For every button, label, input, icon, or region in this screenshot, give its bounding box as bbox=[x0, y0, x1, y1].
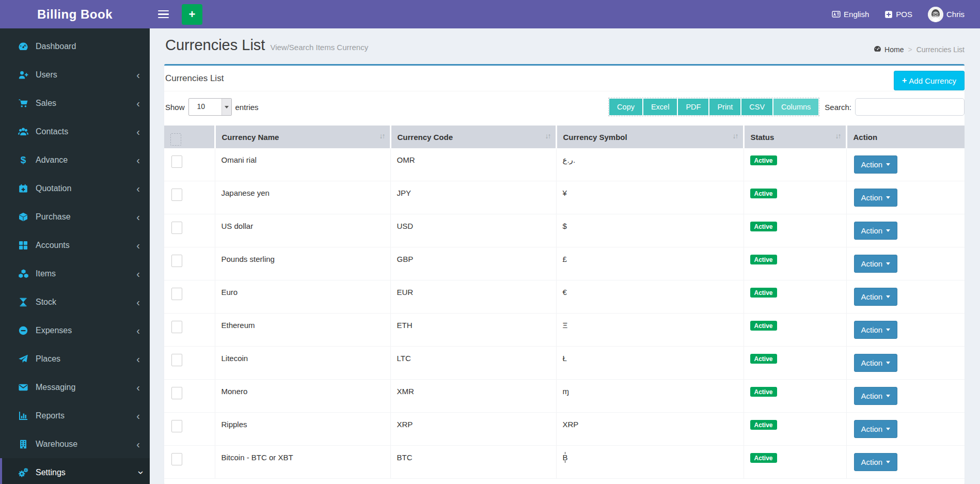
sidebar-item-contacts[interactable]: Contacts‹ bbox=[0, 117, 150, 146]
export-excel-button[interactable]: Excel bbox=[643, 98, 677, 116]
sidebar-item-purchase[interactable]: Purchase‹ bbox=[0, 202, 150, 231]
entries-select[interactable]: 10 bbox=[188, 98, 232, 116]
cart-icon bbox=[18, 98, 29, 108]
box-body: Show 10 entries CopyExcelPDFPrintCSVColu… bbox=[164, 91, 965, 479]
export-columns-button[interactable]: Columns bbox=[773, 98, 819, 116]
sidebar-item-expenses[interactable]: Expenses‹ bbox=[0, 316, 150, 345]
export-csv-button[interactable]: CSV bbox=[741, 98, 773, 116]
column-header-status[interactable]: Status↓↑ bbox=[744, 126, 846, 148]
sidebar-item-items[interactable]: Items‹ bbox=[0, 259, 150, 288]
currency-code-cell: JPY bbox=[390, 181, 556, 214]
status-cell: Active bbox=[744, 314, 846, 347]
quick-add-button[interactable]: + bbox=[182, 4, 202, 25]
currency-name-cell: Omani rial bbox=[215, 148, 390, 181]
column-header-currency-code[interactable]: Currency Code↓↑ bbox=[390, 126, 556, 148]
sidebar-item-stock[interactable]: Stock‹ bbox=[0, 288, 150, 316]
sidebar-item-users[interactable]: Users‹ bbox=[0, 60, 150, 89]
search-control: Search: bbox=[825, 98, 965, 116]
sidebar-item-label: Places bbox=[36, 354, 60, 364]
sidebar-item-label: Quotation bbox=[36, 184, 71, 193]
row-checkbox[interactable] bbox=[171, 222, 182, 234]
row-checkbox[interactable] bbox=[171, 387, 182, 399]
main-content: Currencies List View/Search Items Curren… bbox=[150, 28, 980, 484]
column-header-currency-symbol[interactable]: Currency Symbol↓↑ bbox=[556, 126, 744, 148]
row-checkbox[interactable] bbox=[171, 255, 182, 267]
currency-symbol: ¥ bbox=[563, 189, 567, 197]
chevron-left-icon: ‹ bbox=[136, 382, 140, 393]
chevron-left-icon: ‹ bbox=[136, 269, 140, 279]
action-button[interactable]: Action bbox=[854, 387, 898, 405]
add-currency-button[interactable]: + Add Currency bbox=[894, 71, 965, 90]
export-print-button[interactable]: Print bbox=[709, 98, 741, 116]
table-row: US dollarUSD$ActiveAction bbox=[164, 214, 965, 247]
row-checkbox[interactable] bbox=[171, 420, 182, 432]
status-badge: Active bbox=[750, 420, 777, 430]
checkbox-cell bbox=[164, 413, 215, 446]
pos-label: POS bbox=[896, 10, 912, 19]
export-copy-button[interactable]: Copy bbox=[609, 98, 643, 116]
page-subtitle: View/Search Items Currency bbox=[270, 43, 368, 52]
row-checkbox[interactable] bbox=[171, 189, 182, 201]
sidebar-item-label: Settings bbox=[36, 468, 66, 477]
sidebar-item-label: Items bbox=[36, 269, 56, 278]
column-header-currency-name[interactable]: Currency Name↓↑ bbox=[215, 126, 390, 148]
row-checkbox[interactable] bbox=[171, 155, 182, 168]
sidebar-item-advance[interactable]: $Advance‹ bbox=[0, 146, 150, 174]
breadcrumb-home[interactable]: Home bbox=[874, 45, 904, 54]
app-logo[interactable]: Billing Book bbox=[0, 0, 150, 28]
user-menu[interactable]: Chris bbox=[928, 7, 965, 22]
sidebar-item-label: Accounts bbox=[36, 241, 70, 250]
sidebar-item-quotation[interactable]: Quotation‹ bbox=[0, 174, 150, 202]
currency-code-cell: GBP bbox=[390, 247, 556, 280]
sidebar-item-reports[interactable]: Reports‹ bbox=[0, 401, 150, 430]
checkbox-cell bbox=[164, 148, 215, 181]
currency-symbol: € bbox=[563, 288, 567, 296]
action-button[interactable]: Action bbox=[854, 453, 898, 471]
user-name: Chris bbox=[946, 10, 965, 19]
action-button[interactable]: Action bbox=[854, 354, 898, 372]
sidebar-toggle-button[interactable] bbox=[158, 0, 176, 28]
table-row: Pounds sterlingGBP£ActiveAction bbox=[164, 247, 965, 280]
action-button[interactable]: Action bbox=[854, 155, 898, 174]
caret-down-icon bbox=[886, 229, 890, 232]
row-checkbox[interactable] bbox=[171, 354, 182, 366]
users-icon bbox=[18, 127, 29, 137]
sidebar-item-places[interactable]: Places‹ bbox=[0, 345, 150, 373]
action-button[interactable]: Action bbox=[854, 420, 898, 438]
row-checkbox[interactable] bbox=[171, 453, 182, 465]
action-cell: Action bbox=[846, 148, 965, 181]
action-button[interactable]: Action bbox=[854, 255, 898, 273]
status-cell: Active bbox=[744, 380, 846, 413]
sidebar-item-label: Users bbox=[36, 70, 57, 80]
currency-name-cell: Euro bbox=[215, 280, 390, 314]
action-button[interactable]: Action bbox=[854, 288, 898, 306]
sidebar-item-sales[interactable]: Sales‹ bbox=[0, 89, 150, 117]
sidebar-item-dashboard[interactable]: Dashboard bbox=[0, 32, 150, 60]
currency-symbol-cell: ر.ع. bbox=[556, 148, 744, 181]
row-checkbox[interactable] bbox=[171, 288, 182, 300]
currency-symbol-cell: B bbox=[556, 446, 744, 479]
export-pdf-button[interactable]: PDF bbox=[677, 98, 709, 116]
caret-down-icon bbox=[886, 329, 890, 331]
table-header-row: Currency Name↓↑Currency Code↓↑Currency S… bbox=[164, 126, 965, 148]
pos-button[interactable]: POS bbox=[884, 10, 912, 19]
select-all-checkbox[interactable] bbox=[170, 133, 181, 146]
row-checkbox[interactable] bbox=[171, 321, 182, 333]
cubes-icon bbox=[18, 269, 29, 279]
sidebar-item-messaging[interactable]: Messaging‹ bbox=[0, 373, 150, 401]
checkbox-cell bbox=[164, 380, 215, 413]
action-button[interactable]: Action bbox=[854, 222, 898, 240]
action-button[interactable]: Action bbox=[854, 189, 898, 207]
sidebar-item-settings[interactable]: Settings‹ bbox=[0, 458, 150, 484]
action-cell: Action bbox=[846, 214, 965, 247]
breadcrumb-home-label: Home bbox=[884, 45, 904, 54]
search-input[interactable] bbox=[855, 98, 965, 116]
sidebar-item-warehouse[interactable]: Warehouse‹ bbox=[0, 430, 150, 458]
action-button[interactable]: Action bbox=[854, 321, 898, 339]
language-menu[interactable]: English bbox=[832, 10, 869, 19]
currency-code-cell: LTC bbox=[390, 347, 556, 380]
table-row: RipplesXRPXRPActiveAction bbox=[164, 413, 965, 446]
status-badge: Active bbox=[750, 321, 777, 331]
search-label: Search: bbox=[825, 103, 851, 112]
sidebar-item-accounts[interactable]: Accounts‹ bbox=[0, 231, 150, 259]
